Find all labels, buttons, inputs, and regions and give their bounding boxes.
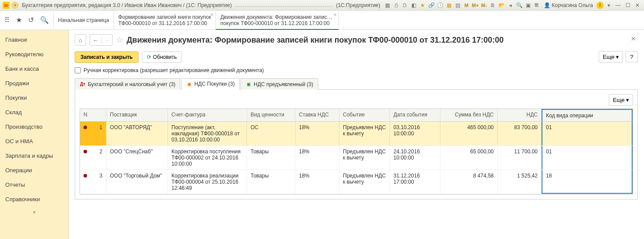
search-small-icon[interactable]: 🔍 (516, 2, 523, 9)
tab-movements[interactable]: Движения документа: Формирование записей… (216, 11, 339, 29)
inner-tab-vat-presented[interactable]: ▣ НДС предъявленный (3) (240, 78, 318, 90)
sidebar-item-bank[interactable]: Банк и касса (0, 62, 68, 76)
sidebar-item-assets[interactable]: ОС и НМА (0, 134, 68, 148)
star-icon[interactable]: ★ (419, 2, 426, 9)
table-row[interactable]: 1 ООО "АВТОРЯД" Поступление (акт, наклад… (80, 122, 633, 146)
favorite-icon[interactable]: ★ (16, 16, 22, 24)
back-small-icon[interactable]: ◂ (507, 2, 514, 9)
grid-icon[interactable]: ▦ (384, 2, 391, 9)
inner-tab-vat-purchases[interactable]: ▣ НДС Покупки (3) (181, 78, 240, 90)
row-supplier: ООО "Торговый Дом" (106, 170, 168, 194)
search-icon[interactable]: 🔍 (40, 16, 49, 24)
col-date[interactable]: Дата события (390, 109, 440, 121)
col-event[interactable]: Событие (339, 109, 390, 121)
tab-close-icon[interactable]: ✕ (333, 12, 337, 17)
sidebar-expand-icon[interactable]: ▾ (0, 206, 68, 218)
back-button[interactable]: ← (90, 37, 102, 43)
dropdown-icon[interactable]: ▾ (11, 2, 18, 9)
favorite-outline-icon[interactable]: ☆ (116, 35, 123, 45)
apps-icon[interactable]: ⠿ (4, 16, 10, 24)
sidebar: Главное Руководителю Банк и касса Продаж… (0, 30, 69, 239)
memory-m[interactable]: M (463, 2, 470, 9)
row-date: 24.10.2016 10:00:00 (390, 146, 440, 170)
row-invoice: Корректировка поступления ТФ00-000002 от… (168, 146, 247, 170)
row-n: 2 (90, 148, 102, 155)
col-sum[interactable]: Сумма без НДС (440, 109, 498, 121)
sidebar-item-reports[interactable]: Отчеты (0, 177, 68, 192)
panel-icon[interactable]: ▣ (524, 2, 531, 9)
window-suffix: (1С:Предприятие) (336, 2, 380, 8)
memory-mminus[interactable]: M- (480, 2, 488, 9)
row-vat: 1 525,42 (498, 170, 542, 194)
link-icon[interactable]: 🔗 (428, 2, 435, 9)
refresh-button[interactable]: ⟳ Обновить (142, 51, 182, 63)
home-button[interactable]: ⌂ (75, 34, 86, 46)
col-code[interactable]: Код вида операции (542, 109, 633, 121)
print-icon[interactable]: ⎙ (393, 2, 400, 9)
tab-home[interactable]: Начальная страница (54, 11, 114, 29)
help-button[interactable]: ? (626, 51, 638, 62)
col-type[interactable]: Вид ценности (247, 109, 295, 121)
row-code: 01 (542, 146, 632, 157)
doc-icon[interactable]: 🗋 (401, 2, 408, 9)
page-icon[interactable]: 🗎 (489, 2, 496, 9)
calendar-icon[interactable]: ▤ (454, 2, 461, 9)
close-page-button[interactable]: ✕ (631, 35, 636, 42)
col-invoice[interactable]: Счет-фактура (168, 109, 247, 121)
tool-icon[interactable]: 🛠 (533, 2, 540, 9)
tab-tool-strip: ⠿ ★ ↺ 🔍 (0, 11, 54, 29)
sidebar-item-main[interactable]: Главное (0, 33, 68, 47)
memory-mplus[interactable]: M+ (472, 2, 479, 9)
row-rate: 18% (295, 122, 339, 145)
title-dots: ........................................… (235, 2, 332, 8)
sidebar-item-warehouse[interactable]: Склад (0, 105, 68, 120)
sidebar-item-manager[interactable]: Руководителю (0, 47, 68, 62)
grid-more-button[interactable]: Еще ▾ (609, 94, 633, 106)
inner-tab-label: НДС Покупки (3) (194, 81, 235, 87)
table-row[interactable]: 3 ООО "Торговый Дом" Корректировка реали… (80, 170, 633, 194)
tab-close-icon[interactable]: ✕ (210, 12, 214, 17)
more-button[interactable]: Еще ▾ (599, 51, 623, 63)
close-window-button[interactable]: ✕ (633, 2, 641, 9)
row-event: Предъявлен НДС к вычету (339, 170, 390, 194)
chevron-down-icon: ▾ (616, 54, 619, 60)
tab-formation[interactable]: Формирование записей книги покупок ТФ00-… (114, 11, 216, 29)
info-dropdown-icon[interactable]: ▾ (605, 2, 612, 9)
calc-icon[interactable]: ▦ (445, 2, 452, 9)
inner-tab-accounting[interactable]: Дт Бухгалтерский и налоговый учет (3) (75, 78, 180, 90)
sidebar-item-salary[interactable]: Зарплата и кадры (0, 148, 68, 163)
sidebar-item-directories[interactable]: Справочники (0, 192, 68, 206)
tab-label: ТФ00-000010 от 31.12.2016 17:00:00 (118, 20, 211, 26)
compare-icon[interactable]: ◧ (410, 2, 417, 9)
row-event: Предъявлен НДС к вычету (339, 146, 390, 170)
refresh-label: Обновить (153, 54, 177, 60)
table-row[interactable]: 2 ООО "СпецСнаб" Корректировка поступлен… (80, 146, 633, 170)
nav-buttons: ← → (90, 34, 113, 46)
manual-correction-checkbox[interactable] (75, 67, 81, 73)
minimize-button[interactable]: — (614, 2, 622, 9)
user-label[interactable]: 👤 Корчагина Ольга (544, 2, 593, 8)
row-rate: 18% (295, 170, 339, 194)
folder-icon[interactable]: 📂 (498, 2, 505, 9)
user-icon: 👤 (544, 2, 550, 8)
sidebar-item-purchases[interactable]: Покупки (0, 91, 68, 105)
col-vat[interactable]: НДС (498, 109, 542, 121)
forward-button[interactable]: → (102, 37, 113, 43)
col-supplier[interactable]: Поставщик (106, 109, 168, 121)
row-date: 31.12.2016 17:00:00 (390, 170, 440, 194)
clock-icon[interactable]: 🕓 (437, 2, 444, 9)
grid-header: N Поставщик Счет-фактура Вид ценности Ст… (80, 109, 633, 122)
history-icon[interactable]: ↺ (28, 16, 34, 24)
col-n[interactable]: N (80, 109, 106, 121)
col-rate[interactable]: Ставка НДС (295, 109, 339, 121)
sidebar-item-sales[interactable]: Продажи (0, 76, 68, 91)
info-icon[interactable]: i (597, 2, 604, 9)
save-close-button[interactable]: Записать и закрыть (75, 51, 138, 63)
maximize-button[interactable]: ☐ (624, 2, 632, 9)
row-supplier: ООО "АВТОРЯД" (106, 122, 168, 145)
sidebar-item-production[interactable]: Производство (0, 120, 68, 134)
row-n: 1 (90, 124, 102, 130)
data-grid: N Поставщик Счет-фактура Вид ценности Ст… (80, 109, 633, 195)
grid-more-label: Еще (613, 97, 625, 103)
sidebar-item-operations[interactable]: Операции (0, 163, 68, 177)
